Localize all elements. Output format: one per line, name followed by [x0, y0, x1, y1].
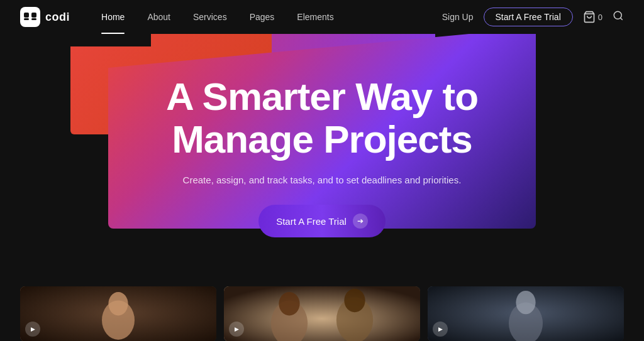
svg-rect-4	[31, 18, 36, 20]
svg-point-13	[279, 292, 299, 315]
thumbnail-2[interactable]: ▶	[224, 286, 420, 341]
nav-home[interactable]: Home	[90, 0, 136, 34]
svg-rect-3	[24, 18, 29, 20]
svg-line-7	[620, 18, 622, 19]
sign-up-button[interactable]: Sign Up	[442, 12, 474, 22]
logo[interactable]: codi	[20, 7, 70, 27]
svg-point-18	[516, 291, 535, 314]
hero-title: A Smarter Way to Manage Projects	[166, 75, 478, 161]
cart-button[interactable]: 0	[583, 11, 602, 23]
cart-icon	[583, 11, 596, 23]
brand-name: codi	[45, 11, 70, 24]
hero-section: A Smarter Way to Manage Projects Create,…	[0, 34, 644, 279]
search-icon[interactable]	[613, 10, 624, 24]
logo-icon	[20, 7, 40, 27]
hero-content: A Smarter Way to Manage Projects Create,…	[153, 75, 491, 238]
nav-elements[interactable]: Elements	[286, 0, 345, 34]
play-button-1[interactable]: ▶	[25, 322, 40, 337]
nav-services[interactable]: Services	[182, 0, 238, 34]
thumbnail-3[interactable]: ▶	[428, 286, 624, 341]
navbar: codi Home About Services Pages Elements …	[0, 0, 644, 34]
nav-links: Home About Services Pages Elements	[90, 0, 442, 34]
thumbnail-1[interactable]: ▶	[20, 286, 216, 341]
svg-rect-11	[224, 286, 420, 341]
hero-cta-button[interactable]: Start A Free Trial ➔	[258, 205, 386, 237]
thumb-1-image	[20, 286, 216, 341]
svg-point-10	[108, 292, 128, 315]
svg-point-15	[344, 289, 365, 312]
thumb-2-image	[224, 286, 420, 341]
svg-rect-2	[31, 13, 36, 18]
hero-subtitle: Create, assign, and track tasks, and to …	[166, 173, 478, 188]
nav-about[interactable]: About	[136, 0, 182, 34]
cart-count: 0	[598, 13, 602, 22]
thumb-3-image	[428, 286, 624, 341]
cta-arrow-icon: ➔	[353, 214, 368, 229]
svg-rect-0	[20, 7, 40, 27]
svg-point-6	[614, 11, 621, 19]
play-button-2[interactable]: ▶	[229, 322, 244, 337]
nav-trial-button[interactable]: Start A Free Trial	[484, 8, 573, 26]
nav-pages[interactable]: Pages	[238, 0, 286, 34]
thumbnail-row: ▶ ▶	[0, 279, 644, 341]
svg-rect-1	[24, 13, 29, 18]
play-button-3[interactable]: ▶	[433, 322, 448, 337]
nav-right: Sign Up Start A Free Trial 0	[442, 8, 624, 26]
